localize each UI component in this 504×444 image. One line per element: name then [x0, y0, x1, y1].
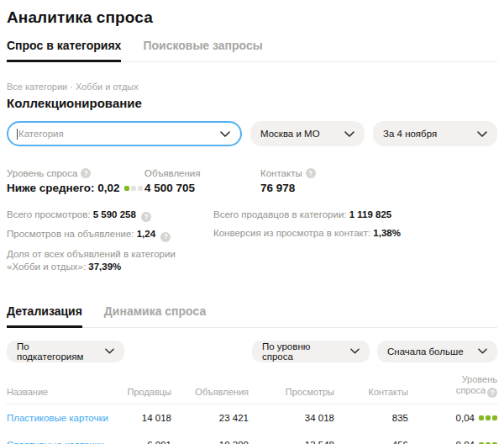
col-header-contacts: Контакты — [334, 387, 408, 398]
tab-details[interactable]: Детализация — [7, 304, 82, 328]
category-placeholder: Категория — [18, 129, 213, 139]
col-header-ads: Объявления — [171, 387, 249, 398]
help-icon[interactable]: ? — [306, 168, 316, 178]
help-icon[interactable]: ? — [160, 232, 171, 242]
top-tabbar: Спрос в категориях Поисковые запросы — [7, 39, 497, 62]
demand-dots — [479, 415, 497, 420]
demand-cell: 0,04 — [408, 413, 497, 423]
breadcrumb[interactable]: Все категории · Хобби и отдых — [7, 82, 497, 92]
table-filters-row: По подкатегориям По уровню спроса Сначал… — [7, 341, 497, 362]
col-header-demand-level: Уровень спроса? — [408, 374, 497, 398]
demand-level-label: Уровень спроса — [7, 168, 77, 178]
tab-demand-in-categories[interactable]: Спрос в категориях — [7, 39, 121, 62]
col-header-views: Просмотры — [249, 387, 334, 398]
ads-value: 4 500 705 — [144, 182, 195, 194]
summary-ads: Объявления 4 500 705 — [144, 168, 260, 194]
text-cursor — [17, 129, 18, 140]
tab-search-queries[interactable]: Поисковые запросы — [143, 39, 262, 62]
demand-level-value: Ниже среднего: 0,02 — [7, 182, 119, 194]
sellers-value: 6 091 — [116, 440, 171, 444]
stat-views-per-ad: Просмотров на объявление: 1,24 ? — [7, 228, 202, 241]
demand-value: 0,04 — [456, 413, 475, 423]
chevron-down-icon — [477, 131, 487, 137]
stat-share-of-ads: Доля от всех объявлений в категории «Хоб… — [7, 248, 202, 273]
page-title: Аналитика спроса — [7, 8, 497, 27]
help-icon[interactable]: ? — [141, 212, 151, 222]
period-select-value: За 4 ноября — [383, 129, 470, 139]
contacts-value: 456 — [334, 440, 408, 444]
col-header-sellers: Продавцы — [116, 387, 171, 398]
chevron-down-icon — [350, 348, 360, 354]
sellers-value: 14 018 — [116, 413, 171, 423]
summary-stats: Уровень спроса ? Ниже среднего: 0,02 Объ… — [7, 168, 497, 194]
region-select[interactable]: Москва и МО — [250, 121, 365, 146]
subcategory-link[interactable]: Спортивные карточки — [7, 440, 116, 444]
detail-stats: Всего просмотров: 5 590 258 ? Просмотров… — [7, 209, 497, 279]
region-select-value: Москва и МО — [260, 129, 338, 139]
stat-total-sellers: Всего продавцов в категории: 1 119 825 — [213, 209, 497, 221]
chevron-down-icon — [105, 348, 114, 354]
group-by-select[interactable]: По подкатегориям — [7, 341, 124, 362]
summary-demand: Уровень спроса ? Ниже среднего: 0,02 — [7, 168, 144, 194]
group-by-value: По подкатегориям — [17, 341, 98, 362]
views-value: 13 548 — [249, 440, 334, 444]
contacts-value: 835 — [334, 413, 408, 423]
section-tabbar: Детализация Динамика спроса — [7, 304, 497, 328]
table-row: Спортивные карточки 6 091 10 390 13 548 … — [7, 431, 497, 444]
filters-row: Категория Москва и МО За 4 ноября — [7, 121, 497, 146]
help-icon[interactable]: ? — [81, 168, 91, 178]
ads-value: 10 390 — [171, 440, 249, 444]
table-header: Название Продавцы Объявления Просмотры К… — [7, 374, 497, 404]
contacts-value: 76 978 — [260, 182, 295, 194]
demand-level-dots — [124, 186, 143, 191]
ads-label: Объявления — [144, 168, 201, 178]
summary-contacts: Контакты ? 76 978 — [260, 168, 316, 194]
subcategory-link[interactable]: Пластиковые карточки — [7, 413, 116, 423]
sort-order-value: Сначала больше — [387, 346, 471, 357]
period-select[interactable]: За 4 ноября — [373, 121, 497, 146]
category-title: Коллекционирование — [7, 96, 497, 110]
demand-cell: 0,04 — [408, 440, 497, 444]
contacts-label: Контакты — [260, 168, 302, 178]
stat-total-views: Всего просмотров: 5 590 258 ? — [7, 209, 202, 222]
chevron-down-icon — [220, 131, 230, 137]
sort-metric-value: По уровню спроса — [262, 341, 344, 362]
sort-order-select[interactable]: Сначала больше — [377, 341, 497, 362]
chevron-down-icon — [478, 348, 487, 354]
ads-value: 23 421 — [171, 413, 249, 423]
sort-metric-select[interactable]: По уровню спроса — [252, 341, 370, 362]
views-value: 34 018 — [249, 413, 334, 423]
chevron-down-icon — [344, 131, 354, 137]
help-icon[interactable]: ? — [487, 388, 497, 398]
category-combobox[interactable]: Категория — [7, 121, 242, 146]
tab-demand-dynamics[interactable]: Динамика спроса — [104, 304, 206, 328]
col-header-name: Название — [7, 387, 116, 398]
table-row: Пластиковые карточки 14 018 23 421 34 01… — [7, 404, 497, 431]
demand-value: 0,04 — [456, 440, 475, 444]
stat-view-to-contact-conversion: Конверсия из просмотра в контакт: 1,38% — [213, 227, 497, 240]
